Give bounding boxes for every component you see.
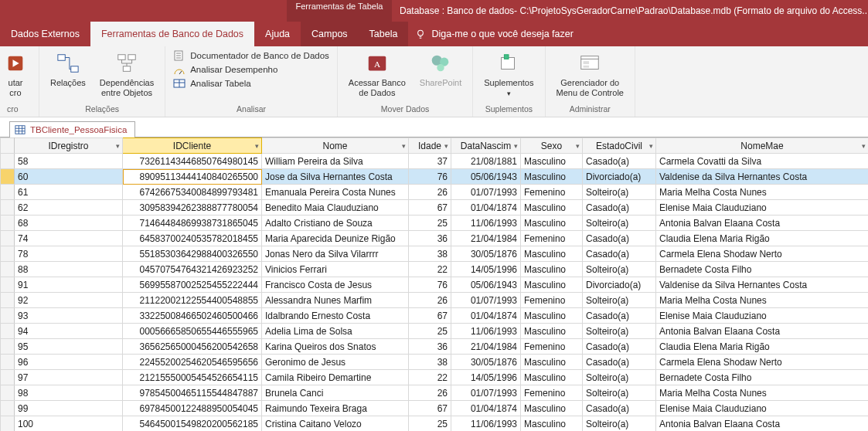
cell-idade[interactable]: 22 — [409, 262, 451, 277]
cell-idregistro[interactable]: 68 — [15, 216, 123, 231]
cell-nome[interactable]: Vinicios Ferrari — [262, 262, 409, 277]
col-header-idregistro[interactable]: IDregistro▾ — [15, 138, 123, 154]
cell-nomemae[interactable]: Elenise Maia Clauduziano — [656, 200, 869, 216]
cell-idregistro[interactable]: 94 — [15, 324, 123, 339]
cell-datanascim[interactable]: 01/04/1874 — [451, 308, 521, 324]
chevron-down-icon[interactable]: ▾ — [862, 142, 866, 150]
cell-idregistro[interactable]: 97 — [15, 370, 123, 385]
cell-idcliente[interactable]: 30958394262388877780054 — [123, 200, 262, 216]
cell-idade[interactable]: 26 — [409, 293, 451, 308]
cell-datanascim[interactable]: 01/07/1993 — [451, 385, 521, 401]
cell-idade[interactable]: 36 — [409, 339, 451, 355]
table-row[interactable]: 5873261143446850764980145William Pereira… — [1, 154, 869, 169]
cell-idregistro[interactable]: 58 — [15, 154, 123, 169]
row-selector[interactable] — [1, 339, 15, 355]
tab-tabela[interactable]: Tabela — [359, 22, 409, 46]
cell-nome[interactable]: Karina Queiros dos Snatos — [262, 339, 409, 355]
cell-idcliente[interactable]: 00056665850655446555965 — [123, 324, 262, 339]
row-selector[interactable] — [1, 246, 15, 262]
cell-estadocivil[interactable]: Divorciado(a) — [583, 169, 656, 185]
cell-nome[interactable]: Maria Aparecida Deunize Rigão — [262, 231, 409, 246]
col-header-nome[interactable]: Nome▾ — [262, 138, 409, 154]
cell-nomemae[interactable]: Maria Melha Costa Nunes — [656, 293, 869, 308]
cell-nomemae[interactable]: Carmela Elena Shodaw Nerto — [656, 246, 869, 262]
tab-ajuda[interactable]: Ajuda — [254, 22, 301, 46]
access-database-button[interactable]: A Acessar Banco de Dados — [345, 49, 409, 100]
cell-idade[interactable]: 38 — [409, 355, 451, 370]
cell-idcliente[interactable]: 56995587002525455222444 — [123, 277, 262, 293]
cell-idcliente[interactable]: 36562565000456200542658 — [123, 339, 262, 355]
cell-nomemae[interactable]: Antonia Balvan Elaana Costa — [656, 216, 869, 231]
cell-sexo[interactable]: Masculino — [521, 216, 583, 231]
cell-idade[interactable]: 26 — [409, 185, 451, 200]
cell-idcliente[interactable]: 97854500465115544847887 — [123, 385, 262, 401]
cell-nome[interactable]: Geronimo de Jesus — [262, 355, 409, 370]
cell-sexo[interactable]: Femenino — [521, 231, 583, 246]
cell-estadocivil[interactable]: Divorciado(a) — [583, 277, 656, 293]
cell-sexo[interactable]: Masculino — [521, 154, 583, 169]
cell-datanascim[interactable]: 01/07/1993 — [451, 293, 521, 308]
col-header-estadocivil[interactable]: EstadoCivil▾ — [583, 138, 656, 154]
cell-datanascim[interactable]: 01/04/1874 — [451, 200, 521, 216]
cell-idregistro[interactable]: 99 — [15, 401, 123, 416]
cell-nome[interactable]: Benedito Maia Clauduziano — [262, 200, 409, 216]
cell-estadocivil[interactable]: Casado(a) — [583, 246, 656, 262]
cell-idcliente[interactable]: 67426675340084899793481 — [123, 185, 262, 200]
cell-idcliente[interactable]: 04570754764321426923252 — [123, 262, 262, 277]
cell-estadocivil[interactable]: Solteiro(a) — [583, 293, 656, 308]
cell-nome[interactable]: Raimundo Texeira Braga — [262, 401, 409, 416]
cell-sexo[interactable]: Masculino — [521, 262, 583, 277]
cell-sexo[interactable]: Masculino — [521, 355, 583, 370]
table-row[interactable]: 9622455200254620546595656Geronimo de Jes… — [1, 355, 869, 370]
table-row[interactable]: 9400056665850655446555965Adelia Lima de … — [1, 324, 869, 339]
cell-idregistro[interactable]: 60 — [15, 169, 123, 185]
cell-idregistro[interactable]: 62 — [15, 200, 123, 216]
relationships-button[interactable]: Relações — [47, 49, 89, 90]
table-row[interactable]: 6167426675340084899793481Emanuala Pereir… — [1, 185, 869, 200]
table-row[interactable]: 6089095113444140840265500Jose da Silva H… — [1, 169, 869, 185]
cell-idregistro[interactable]: 78 — [15, 246, 123, 262]
cell-estadocivil[interactable]: Casado(a) — [583, 231, 656, 246]
chevron-down-icon[interactable]: ▾ — [255, 142, 259, 150]
cell-estadocivil[interactable]: Casado(a) — [583, 355, 656, 370]
cell-idade[interactable]: 25 — [409, 216, 451, 231]
cell-sexo[interactable]: Masculino — [521, 370, 583, 385]
row-selector[interactable] — [1, 324, 15, 339]
cell-datanascim[interactable]: 21/04/1984 — [451, 339, 521, 355]
cell-idcliente[interactable]: 55185303642988400326550 — [123, 246, 262, 262]
cell-datanascim[interactable]: 30/05/1876 — [451, 246, 521, 262]
cell-datanascim[interactable]: 11/06/1993 — [451, 416, 521, 432]
cell-idade[interactable]: 22 — [409, 370, 451, 385]
chevron-down-icon[interactable]: ▾ — [116, 142, 120, 150]
cell-nomemae[interactable]: Claudia Elena Maria Rigão — [656, 339, 869, 355]
cell-nomemae[interactable]: Valdenise da Silva Hernantes Costa — [656, 277, 869, 293]
cell-nomemae[interactable]: Bernadete Costa Filho — [656, 262, 869, 277]
chevron-down-icon[interactable]: ▾ — [402, 142, 406, 150]
col-header-nomemae[interactable]: NomeMae▾ — [656, 138, 869, 154]
cell-idcliente[interactable]: 64583700240535782018455 — [123, 231, 262, 246]
cell-estadocivil[interactable]: Solteiro(a) — [583, 416, 656, 432]
cell-idade[interactable]: 25 — [409, 416, 451, 432]
cell-estadocivil[interactable]: Solteiro(a) — [583, 185, 656, 200]
switchboard-manager-button[interactable]: Gerenciador do Menu de Controle — [553, 49, 627, 100]
cell-datanascim[interactable]: 05/06/1943 — [451, 277, 521, 293]
cell-idregistro[interactable]: 61 — [15, 185, 123, 200]
cell-idade[interactable]: 67 — [409, 200, 451, 216]
row-selector[interactable] — [1, 231, 15, 246]
cell-idade[interactable]: 37 — [409, 154, 451, 169]
tab-ferramentas-bd[interactable]: Ferramentas de Banco de Dados — [90, 22, 254, 46]
row-selector[interactable] — [1, 185, 15, 200]
cell-sexo[interactable]: Masculino — [521, 416, 583, 432]
datasheet-grid[interactable]: IDregistro▾ IDCliente▾ Nome▾ Idade▾ Data… — [0, 137, 868, 431]
cell-estadocivil[interactable]: Casado(a) — [583, 401, 656, 416]
tab-dados-externos[interactable]: Dados Externos — [0, 22, 90, 46]
table-row[interactable]: 9156995587002525455222444Francisco Costa… — [1, 277, 869, 293]
cell-estadocivil[interactable]: Casado(a) — [583, 200, 656, 216]
cell-idregistro[interactable]: 93 — [15, 308, 123, 324]
cell-idade[interactable]: 76 — [409, 169, 451, 185]
cell-nome[interactable]: Jose da Silva Hernantes Costa — [262, 169, 409, 185]
table-row[interactable]: 9333225008466502460500466Idalbrando Erne… — [1, 308, 869, 324]
row-selector[interactable] — [1, 370, 15, 385]
table-row[interactable]: 8804570754764321426923252Vinicios Ferrar… — [1, 262, 869, 277]
cell-idade[interactable]: 25 — [409, 324, 451, 339]
